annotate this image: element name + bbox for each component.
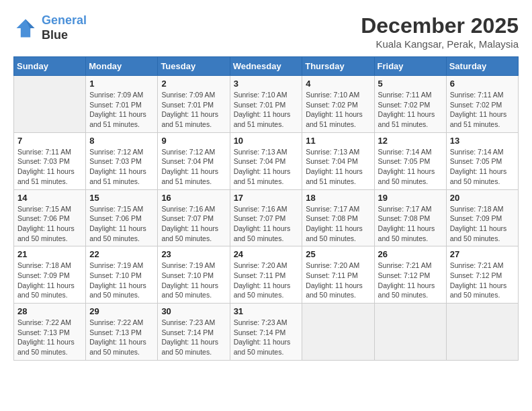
- header-monday: Monday: [86, 57, 158, 76]
- day-number: 5: [378, 79, 443, 89]
- calendar-cell: 4Sunrise: 7:10 AM Sunset: 7:02 PM Daylig…: [302, 76, 374, 133]
- calendar-cell: 6Sunrise: 7:11 AM Sunset: 7:02 PM Daylig…: [446, 76, 518, 133]
- day-number: 22: [89, 249, 154, 259]
- logo: General Blue: [13, 13, 87, 42]
- day-number: 7: [17, 136, 82, 146]
- header-thursday: Thursday: [302, 57, 374, 76]
- day-number: 26: [378, 249, 443, 259]
- header-tuesday: Tuesday: [158, 57, 230, 76]
- day-number: 16: [161, 193, 226, 203]
- calendar-cell: 31Sunrise: 7:23 AM Sunset: 7:14 PM Dayli…: [230, 304, 302, 361]
- calendar-cell: 10Sunrise: 7:13 AM Sunset: 7:04 PM Dayli…: [230, 132, 302, 189]
- day-number: 15: [89, 193, 154, 203]
- calendar-cell: 25Sunrise: 7:20 AM Sunset: 7:11 PM Dayli…: [302, 246, 374, 304]
- calendar-cell: 11Sunrise: 7:13 AM Sunset: 7:04 PM Dayli…: [302, 132, 374, 189]
- day-number: 3: [234, 79, 299, 89]
- calendar-week-row: 21Sunrise: 7:18 AM Sunset: 7:09 PM Dayli…: [14, 246, 519, 304]
- logo-text: General Blue: [42, 13, 87, 42]
- day-info: Sunrise: 7:13 AM Sunset: 7:04 PM Dayligh…: [234, 147, 299, 187]
- calendar-cell: [302, 304, 374, 361]
- calendar-cell: 7Sunrise: 7:11 AM Sunset: 7:03 PM Daylig…: [14, 132, 86, 189]
- day-number: 13: [450, 136, 515, 146]
- day-number: 9: [161, 136, 226, 146]
- day-info: Sunrise: 7:22 AM Sunset: 7:13 PM Dayligh…: [89, 318, 154, 357]
- day-info: Sunrise: 7:15 AM Sunset: 7:06 PM Dayligh…: [89, 204, 154, 244]
- day-info: Sunrise: 7:20 AM Sunset: 7:11 PM Dayligh…: [306, 261, 370, 300]
- day-info: Sunrise: 7:16 AM Sunset: 7:07 PM Dayligh…: [161, 204, 226, 244]
- calendar-week-row: 1Sunrise: 7:09 AM Sunset: 7:01 PM Daylig…: [14, 76, 519, 133]
- day-info: Sunrise: 7:15 AM Sunset: 7:06 PM Dayligh…: [17, 204, 82, 244]
- calendar-cell: 16Sunrise: 7:16 AM Sunset: 7:07 PM Dayli…: [158, 189, 230, 246]
- day-number: 23: [161, 249, 226, 259]
- day-info: Sunrise: 7:22 AM Sunset: 7:13 PM Dayligh…: [17, 318, 82, 357]
- day-number: 20: [450, 193, 515, 203]
- header-wednesday: Wednesday: [230, 57, 302, 76]
- calendar-cell: 9Sunrise: 7:12 AM Sunset: 7:04 PM Daylig…: [158, 132, 230, 189]
- day-info: Sunrise: 7:23 AM Sunset: 7:14 PM Dayligh…: [234, 318, 299, 357]
- day-info: Sunrise: 7:17 AM Sunset: 7:08 PM Dayligh…: [378, 204, 443, 244]
- day-info: Sunrise: 7:09 AM Sunset: 7:01 PM Dayligh…: [89, 90, 154, 130]
- day-number: 14: [17, 193, 82, 203]
- calendar-cell: 13Sunrise: 7:14 AM Sunset: 7:05 PM Dayli…: [446, 132, 518, 189]
- day-number: 18: [306, 193, 370, 203]
- day-info: Sunrise: 7:21 AM Sunset: 7:12 PM Dayligh…: [378, 261, 443, 300]
- page-header: General Blue December 2025 Kuala Kangsar…: [13, 13, 519, 50]
- calendar-cell: 23Sunrise: 7:19 AM Sunset: 7:10 PM Dayli…: [158, 246, 230, 304]
- calendar-cell: 27Sunrise: 7:21 AM Sunset: 7:12 PM Dayli…: [446, 246, 518, 304]
- day-number: 19: [378, 193, 443, 203]
- month-title: December 2025: [361, 13, 519, 38]
- header-friday: Friday: [374, 57, 446, 76]
- calendar-cell: [374, 304, 446, 361]
- calendar-cell: [446, 304, 518, 361]
- location-subtitle: Kuala Kangsar, Perak, Malaysia: [361, 38, 519, 50]
- title-block: December 2025 Kuala Kangsar, Perak, Mala…: [361, 13, 519, 50]
- calendar-cell: 24Sunrise: 7:20 AM Sunset: 7:11 PM Dayli…: [230, 246, 302, 304]
- day-info: Sunrise: 7:10 AM Sunset: 7:02 PM Dayligh…: [306, 90, 370, 130]
- day-info: Sunrise: 7:13 AM Sunset: 7:04 PM Dayligh…: [306, 147, 370, 187]
- day-info: Sunrise: 7:17 AM Sunset: 7:08 PM Dayligh…: [306, 204, 370, 244]
- day-number: 4: [306, 79, 370, 89]
- calendar-cell: 17Sunrise: 7:16 AM Sunset: 7:07 PM Dayli…: [230, 189, 302, 246]
- day-info: Sunrise: 7:12 AM Sunset: 7:03 PM Dayligh…: [89, 147, 154, 187]
- day-number: 31: [234, 306, 299, 316]
- day-info: Sunrise: 7:11 AM Sunset: 7:03 PM Dayligh…: [17, 147, 82, 187]
- calendar-cell: 28Sunrise: 7:22 AM Sunset: 7:13 PM Dayli…: [14, 304, 86, 361]
- day-number: 30: [161, 306, 226, 316]
- day-info: Sunrise: 7:14 AM Sunset: 7:05 PM Dayligh…: [450, 147, 515, 187]
- day-number: 24: [234, 249, 299, 259]
- calendar-cell: 2Sunrise: 7:09 AM Sunset: 7:01 PM Daylig…: [158, 76, 230, 133]
- calendar-cell: 14Sunrise: 7:15 AM Sunset: 7:06 PM Dayli…: [14, 189, 86, 246]
- day-number: 27: [450, 249, 515, 259]
- day-info: Sunrise: 7:11 AM Sunset: 7:02 PM Dayligh…: [450, 90, 515, 130]
- calendar-cell: 21Sunrise: 7:18 AM Sunset: 7:09 PM Dayli…: [14, 246, 86, 304]
- calendar-cell: 30Sunrise: 7:23 AM Sunset: 7:14 PM Dayli…: [158, 304, 230, 361]
- day-info: Sunrise: 7:14 AM Sunset: 7:05 PM Dayligh…: [378, 147, 443, 187]
- day-info: Sunrise: 7:12 AM Sunset: 7:04 PM Dayligh…: [161, 147, 226, 187]
- day-number: 11: [306, 136, 370, 146]
- day-info: Sunrise: 7:18 AM Sunset: 7:09 PM Dayligh…: [450, 204, 515, 244]
- day-info: Sunrise: 7:20 AM Sunset: 7:11 PM Dayligh…: [234, 261, 299, 300]
- calendar-cell: 3Sunrise: 7:10 AM Sunset: 7:01 PM Daylig…: [230, 76, 302, 133]
- calendar-cell: 12Sunrise: 7:14 AM Sunset: 7:05 PM Dayli…: [374, 132, 446, 189]
- calendar-cell: [14, 76, 86, 133]
- calendar-header-row: SundayMondayTuesdayWednesdayThursdayFrid…: [14, 57, 519, 76]
- day-info: Sunrise: 7:19 AM Sunset: 7:10 PM Dayligh…: [161, 261, 226, 300]
- day-number: 8: [89, 136, 154, 146]
- calendar-week-row: 7Sunrise: 7:11 AM Sunset: 7:03 PM Daylig…: [14, 132, 519, 189]
- day-info: Sunrise: 7:23 AM Sunset: 7:14 PM Dayligh…: [161, 318, 226, 357]
- calendar-cell: 18Sunrise: 7:17 AM Sunset: 7:08 PM Dayli…: [302, 189, 374, 246]
- calendar-cell: 29Sunrise: 7:22 AM Sunset: 7:13 PM Dayli…: [86, 304, 158, 361]
- calendar-week-row: 28Sunrise: 7:22 AM Sunset: 7:13 PM Dayli…: [14, 304, 519, 361]
- day-info: Sunrise: 7:19 AM Sunset: 7:10 PM Dayligh…: [89, 261, 154, 300]
- day-number: 17: [234, 193, 299, 203]
- day-number: 28: [17, 306, 82, 316]
- calendar-cell: 19Sunrise: 7:17 AM Sunset: 7:08 PM Dayli…: [374, 189, 446, 246]
- day-number: 1: [89, 79, 154, 89]
- day-number: 6: [450, 79, 515, 89]
- logo-icon: [13, 16, 38, 40]
- day-number: 12: [378, 136, 443, 146]
- calendar-cell: 8Sunrise: 7:12 AM Sunset: 7:03 PM Daylig…: [86, 132, 158, 189]
- calendar-cell: 20Sunrise: 7:18 AM Sunset: 7:09 PM Dayli…: [446, 189, 518, 246]
- day-info: Sunrise: 7:18 AM Sunset: 7:09 PM Dayligh…: [17, 261, 82, 300]
- day-number: 10: [234, 136, 299, 146]
